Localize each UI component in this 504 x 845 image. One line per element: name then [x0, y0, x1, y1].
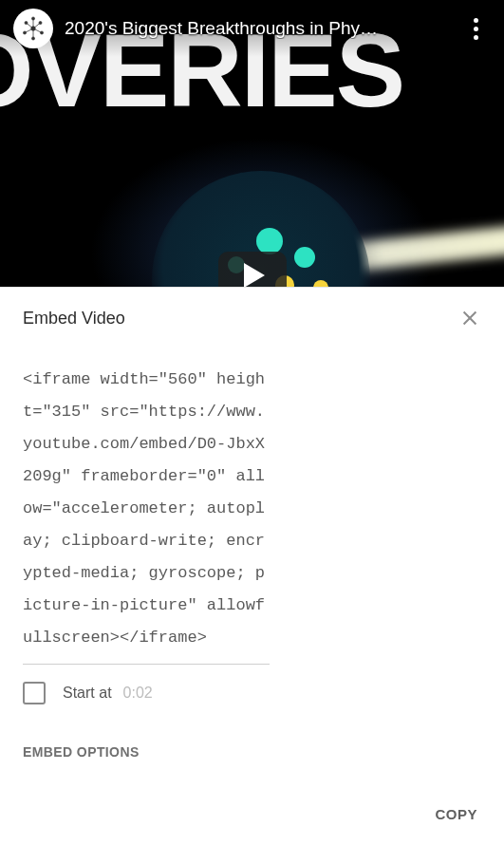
option-player-controls: Show player controls. [23, 767, 481, 784]
channel-avatar[interactable] [13, 9, 53, 48]
start-at-checkbox[interactable] [23, 682, 46, 704]
close-button[interactable] [458, 307, 481, 329]
start-at-time-input[interactable]: 0:02 [123, 685, 153, 702]
video-title[interactable]: 2020's Biggest Breakthroughs in Phy… [65, 18, 449, 39]
video-preview: OVERIES 2020's Biggest Breakthroughs in … [0, 0, 504, 287]
more-options-button[interactable] [460, 13, 491, 44]
start-at-label: Start at [63, 685, 112, 702]
svg-point-3 [24, 31, 27, 34]
panel-body[interactable]: <iframe width="560" height="315" src="ht… [0, 347, 504, 784]
svg-line-8 [33, 23, 41, 28]
panel-title: Embed Video [23, 309, 125, 329]
embed-panel: Embed Video <iframe width="560" height="… [0, 287, 504, 845]
video-title-bar: 2020's Biggest Breakthroughs in Phy… [0, 0, 504, 57]
panel-header: Embed Video [0, 288, 504, 347]
panel-footer: COPY [0, 784, 504, 845]
start-at-row: Start at 0:02 [23, 665, 481, 722]
play-button[interactable] [218, 252, 287, 287]
copy-button[interactable]: COPY [431, 800, 481, 828]
embed-code-textarea[interactable]: <iframe width="560" height="315" src="ht… [23, 347, 270, 665]
svg-line-7 [27, 23, 34, 28]
embed-options-header: EMBED OPTIONS [23, 722, 481, 767]
close-icon [459, 308, 480, 329]
network-icon [19, 14, 47, 43]
